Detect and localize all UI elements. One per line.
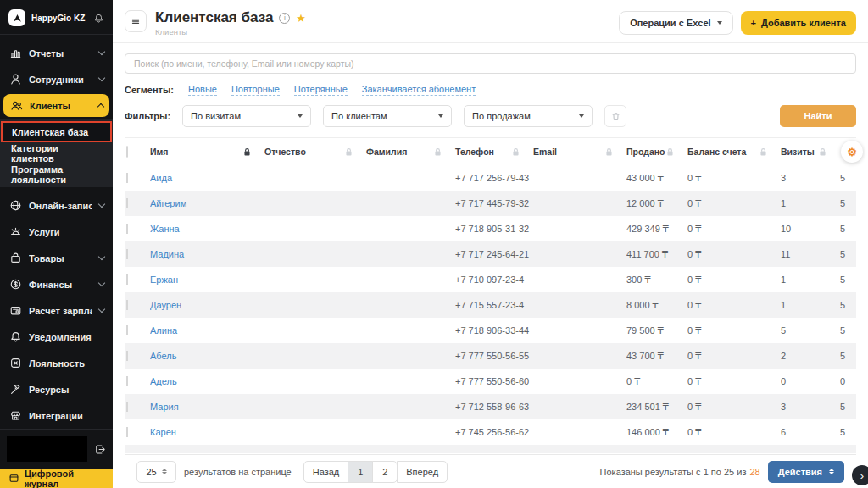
favorite-star-icon[interactable]: ★ <box>296 12 306 25</box>
phone-cell: +7 718 905-31-32 <box>455 224 533 234</box>
page-button[interactable]: 2 <box>372 461 398 483</box>
row-checkbox[interactable] <box>126 198 128 208</box>
sidebar-item[interactable]: Сотрудники <box>0 66 113 92</box>
balance-cell: 0 ₸ <box>687 427 781 438</box>
lock-icon <box>819 147 826 157</box>
sidebar-item[interactable]: Товары <box>0 245 113 271</box>
sidebar-item[interactable]: Клиенты <box>3 94 109 117</box>
column-header[interactable]: Баланс счета <box>687 147 781 157</box>
sidebar-item-icon <box>8 357 22 369</box>
sidebar-subitem[interactable]: Клиентская база <box>1 121 112 142</box>
segment-link[interactable]: Потерянные <box>294 84 348 96</box>
client-name-link[interactable]: Даурен <box>150 300 181 310</box>
find-button[interactable]: Найти <box>780 105 856 127</box>
sidebar-item[interactable]: Интеграции <box>0 402 113 429</box>
row-checkbox[interactable] <box>126 300 128 310</box>
balance-cell: 0 ₸ <box>687 274 781 286</box>
sidebar-item-icon <box>9 99 23 112</box>
lock-icon <box>243 147 251 157</box>
sidebar-item-icon <box>8 199 22 212</box>
scroll-right-button[interactable]: › <box>852 465 868 485</box>
sidebar-item-label: Интеграции <box>29 411 104 421</box>
client-name-link[interactable]: Мадина <box>150 249 184 259</box>
main-area: Клиентская база i ★ Клиенты Операции с E… <box>113 0 868 488</box>
column-header[interactable]: Фамилия <box>366 147 455 157</box>
sidebar-item[interactable]: Лояльность <box>0 350 113 376</box>
up-down-arrows-icon <box>829 469 834 474</box>
client-name-link[interactable]: Алина <box>150 325 177 336</box>
segment-link[interactable]: Новые <box>188 84 217 96</box>
row-checkbox[interactable] <box>126 351 128 361</box>
page-button[interactable]: 1 <box>348 461 373 483</box>
column-header[interactable]: Отчество <box>264 147 366 157</box>
extra-cell: 5 <box>840 224 856 234</box>
client-name-link[interactable]: Ержан <box>150 274 178 285</box>
client-name-link[interactable]: Жанна <box>150 224 180 234</box>
row-checkbox[interactable] <box>126 224 128 234</box>
info-icon[interactable]: i <box>279 13 290 24</box>
actions-button[interactable]: Действия <box>768 461 844 483</box>
column-header[interactable]: Имя <box>150 147 264 157</box>
segment-link[interactable]: Повторные <box>231 84 280 96</box>
notifications-bell-icon[interactable] <box>93 13 104 24</box>
client-name-link[interactable]: Карен <box>150 427 176 437</box>
sidebar-item[interactable]: Уведомления <box>0 324 113 350</box>
table-row: Даурен +7 715 557-23-4 8 000 ₸ 0 ₸ 1 5 <box>125 292 856 318</box>
column-header[interactable]: Визиты <box>781 147 840 157</box>
title-block: Клиентская база i ★ Клиенты <box>155 9 306 36</box>
page-size-label: результатов на странице <box>184 467 292 477</box>
next-page-button[interactable]: Вперед <box>397 461 448 483</box>
row-checkbox[interactable] <box>126 274 128 285</box>
excel-operations-button[interactable]: Операции с Excel <box>619 11 732 35</box>
sidebar-item[interactable]: Услуги <box>0 219 113 245</box>
filter-select[interactable]: По продажам <box>464 105 593 127</box>
row-checkbox[interactable] <box>126 249 128 259</box>
clients-table-body: Аида +7 717 256-79-43 43 000 ₸ 0 ₸ 3 5 А… <box>125 165 856 445</box>
client-name-link[interactable]: Адель <box>150 376 177 386</box>
sidebar-subitem[interactable]: Категории клиентов <box>0 142 113 164</box>
sidebar-item[interactable]: Финансы <box>0 271 113 297</box>
column-header[interactable]: Продано <box>626 147 687 157</box>
digital-journal-bar[interactable]: Цифровой журнал <box>0 469 113 488</box>
logout-icon[interactable] <box>93 443 106 456</box>
client-name-link[interactable]: Айгерим <box>150 198 186 208</box>
row-checkbox[interactable] <box>126 402 128 412</box>
prev-page-button[interactable]: Назад <box>303 461 349 483</box>
visits-cell: 11 <box>781 249 840 259</box>
column-header[interactable]: Email <box>533 147 626 157</box>
visits-cell: 1 <box>781 274 840 285</box>
sidebar-item[interactable]: Онлайн-запись <box>0 192 113 219</box>
table-row: Ержан +7 710 097-23-4 300 ₸ 0 ₸ 1 5 <box>125 267 856 292</box>
hamburger-menu-button[interactable] <box>125 10 147 32</box>
clear-filters-button[interactable] <box>604 105 626 127</box>
client-name-link[interactable]: Аида <box>150 173 172 183</box>
filter-select[interactable]: По клиентам <box>323 105 452 127</box>
filter-select[interactable]: По визитам <box>182 105 311 127</box>
sidebar-item-icon <box>8 409 22 422</box>
client-name-link[interactable]: Мария <box>150 402 179 412</box>
add-client-button[interactable]: + Добавить клиента <box>741 11 856 35</box>
client-name-link[interactable]: Абель <box>150 351 176 361</box>
table-row: Мадина +7 717 245-64-21 411 700 ₸ 0 ₸ 11… <box>125 241 856 267</box>
sidebar-item-label: Сотрудники <box>29 75 92 85</box>
sidebar-subitem[interactable]: Программа лояльности <box>0 164 113 185</box>
sidebar-item[interactable]: Ресурсы <box>0 376 113 402</box>
column-settings-gear-icon[interactable]: ⚙ <box>841 141 863 163</box>
sidebar-item[interactable]: Отчеты <box>0 40 113 66</box>
app-logo-icon <box>8 9 25 26</box>
sidebar-item[interactable]: Расчет зарплат <box>0 297 113 324</box>
balance-cell: 0 ₸ <box>687 224 781 235</box>
row-checkbox[interactable] <box>126 173 128 183</box>
page-size-select[interactable]: 25 <box>136 461 176 483</box>
row-checkbox[interactable] <box>126 427 128 437</box>
select-all-checkbox[interactable] <box>126 146 128 158</box>
segment-link[interactable]: Заканчивается абонемент <box>362 84 476 96</box>
row-checkbox[interactable] <box>126 376 128 386</box>
footer: 25 результатов на странице Назад 12 Впер… <box>125 454 856 488</box>
row-checkbox[interactable] <box>126 325 128 336</box>
table-row: Жанна +7 718 905-31-32 429 349 ₸ 0 ₸ 10 … <box>125 216 856 241</box>
phone-cell: +7 710 097-23-4 <box>455 274 533 285</box>
phone-cell: +7 712 558-96-63 <box>455 402 533 412</box>
search-input[interactable] <box>125 53 856 74</box>
column-header[interactable]: Телефон <box>455 147 533 157</box>
